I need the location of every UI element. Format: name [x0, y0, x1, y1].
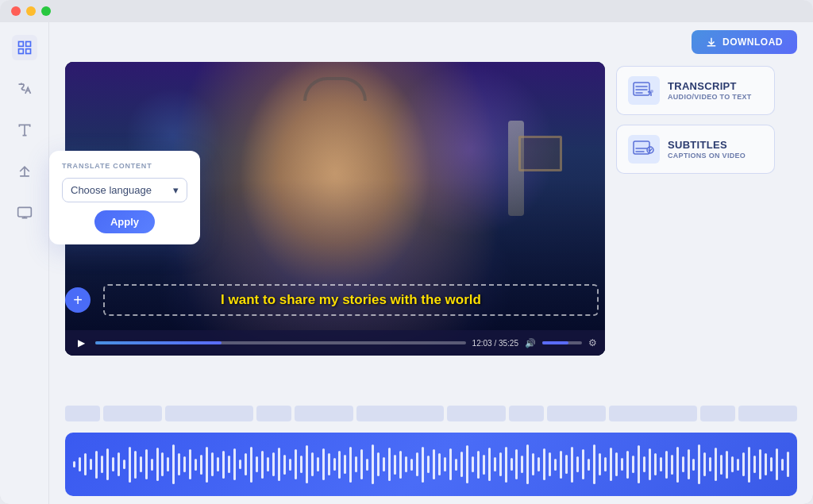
sidebar-item-translate[interactable]: [12, 76, 37, 102]
waveform-bar: [200, 455, 202, 475]
apply-button[interactable]: Apply: [94, 210, 155, 233]
waveform-bar: [222, 451, 225, 479]
waveform-bar: [759, 449, 761, 479]
waveform-bar: [483, 455, 485, 475]
waveform-bar: [720, 455, 722, 475]
progress-fill: [95, 341, 222, 344]
waveform-bar: [101, 456, 103, 473]
waveform-bar: [151, 459, 153, 471]
waveform-bar: [118, 452, 120, 476]
waveform-bar: [781, 459, 784, 471]
waveform-bar: [239, 460, 241, 469]
progress-bar[interactable]: [95, 341, 466, 344]
minimize-dot[interactable]: [26, 6, 36, 16]
waveform-bar: [737, 459, 739, 471]
waveform-bar: [388, 448, 391, 481]
waveform-bar: [84, 453, 87, 475]
time-total: 35:25: [499, 339, 518, 348]
waveform-bar: [554, 459, 557, 471]
waveform-bar: [145, 449, 148, 479]
sidebar-item-text[interactable]: [12, 117, 37, 143]
subtitle-add-button[interactable]: +: [65, 287, 91, 313]
timeline-block: [447, 406, 506, 421]
waveform-bar: [189, 449, 191, 479]
waveform-bar: [660, 457, 662, 471]
waveform-bar: [394, 455, 396, 475]
download-button[interactable]: DOWNLOAD: [692, 30, 797, 54]
language-placeholder: Choose language: [71, 184, 152, 196]
waveform-bar: [588, 459, 590, 471]
transcript-subtitle: AUDIO/VIDEO TO TEXT: [668, 93, 752, 101]
volume-bar[interactable]: [542, 341, 582, 344]
waveform-bar: [172, 444, 175, 484]
timeline-block: [256, 406, 291, 421]
close-dot[interactable]: [11, 6, 21, 16]
waveform-bar: [505, 447, 507, 483]
waveform-bar: [73, 461, 75, 467]
waveform-bar: [466, 445, 468, 483]
timeline-block: [700, 406, 735, 421]
waveform-bar: [245, 453, 247, 475]
waveform-bar: [460, 452, 463, 477]
waveform-bar: [261, 451, 264, 479]
waveform-bar: [787, 452, 789, 477]
waveform-bar: [538, 457, 540, 471]
sidebar-item-monitor[interactable]: [12, 200, 37, 225]
titlebar: [0, 0, 813, 22]
waveform-bar: [477, 451, 480, 479]
app-window: DOWNLOAD +: [0, 0, 813, 504]
waveform-bar: [405, 456, 407, 472]
subtitles-card-text: SUBTITLES CAPTIONS ON VIDEO: [668, 139, 746, 160]
waveform-bar: [565, 455, 568, 474]
subtitles-title: SUBTITLES: [668, 139, 746, 151]
sidebar-item-upload[interactable]: [12, 159, 37, 184]
volume-icon[interactable]: 🔊: [525, 338, 536, 348]
waveform-bar: [671, 455, 673, 475]
video-controls: ▶ 12:03 / 35:25 🔊 ⚙: [65, 330, 605, 356]
subtitles-svg: [633, 140, 655, 158]
waveform-bar: [233, 448, 236, 480]
maximize-dot[interactable]: [41, 6, 51, 16]
sidebar-item-grid[interactable]: [12, 35, 37, 60]
topbar: DOWNLOAD: [49, 22, 813, 62]
waveform-bar: [643, 456, 645, 472]
waveform-bar: [731, 456, 734, 472]
waveform-bar: [494, 457, 496, 471]
transcript-title: TRANSCRIPT: [668, 80, 752, 92]
waveform-bar: [377, 452, 380, 476]
waveform-bar: [649, 448, 651, 480]
waveform-bar: [322, 448, 325, 480]
subtitles-card[interactable]: SUBTITLES CAPTIONS ON VIDEO: [616, 125, 775, 174]
waveform-bar: [311, 452, 314, 476]
language-select[interactable]: Choose language ▾: [62, 178, 187, 202]
waveform-bar: [638, 445, 640, 483]
waveform-bar: [90, 459, 92, 470]
transcript-icon: [628, 76, 660, 105]
waveform-bar: [129, 447, 131, 483]
chevron-down-icon: ▾: [173, 184, 179, 196]
download-icon: [706, 37, 717, 48]
waveform-bar: [499, 452, 502, 476]
translate-section-label: TRANSLATE CONTENT: [62, 162, 187, 170]
waveform-bar: [283, 455, 286, 475]
timeline-block: [738, 406, 797, 421]
waveform-bar: [161, 452, 164, 476]
transcript-card-text: TRANSCRIPT AUDIO/VIDEO TO TEXT: [668, 80, 752, 101]
waveform-bar: [410, 459, 413, 471]
waveform-bar: [250, 447, 252, 483]
waveform-bar: [615, 452, 618, 476]
transcript-card[interactable]: TRANSCRIPT AUDIO/VIDEO TO TEXT: [616, 66, 775, 115]
waveform-bar: [372, 444, 374, 484]
waveform-bar: [211, 452, 214, 476]
settings-icon[interactable]: ⚙: [588, 337, 597, 348]
waveform-bar: [753, 456, 756, 473]
play-button[interactable]: ▶: [73, 335, 89, 351]
waveform-bar: [543, 448, 545, 480]
waveform-bar: [472, 456, 474, 472]
waveform-area[interactable]: [65, 433, 797, 496]
waveform-bar: [317, 457, 319, 471]
waveform-bar: [511, 458, 513, 471]
transcript-svg: [633, 82, 655, 99]
waveform-bar: [449, 448, 452, 480]
svg-rect-2: [18, 49, 23, 54]
